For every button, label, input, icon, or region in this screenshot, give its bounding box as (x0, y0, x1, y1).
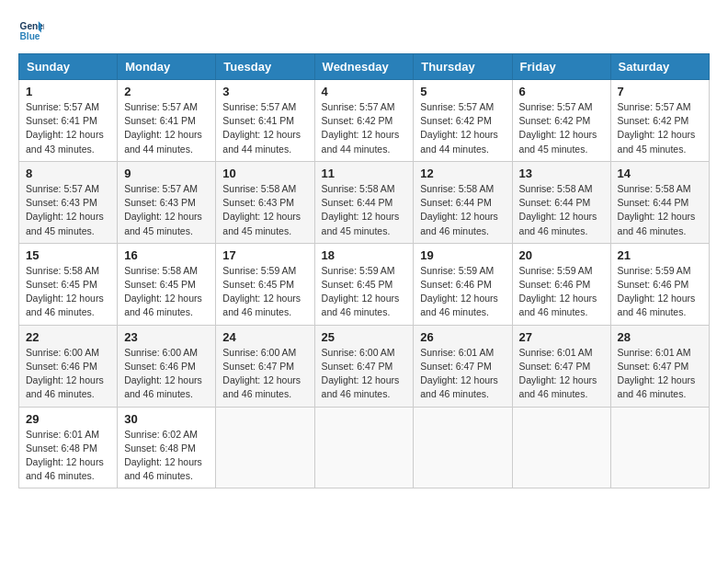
day-info: Sunrise: 5:59 AMSunset: 6:46 PMDaylight:… (519, 264, 604, 320)
day-cell: 10Sunrise: 5:58 AMSunset: 6:43 PMDayligh… (216, 161, 314, 243)
day-cell: 17Sunrise: 5:59 AMSunset: 6:45 PMDayligh… (216, 243, 314, 325)
week-row-1: 1Sunrise: 5:57 AMSunset: 6:41 PMDaylight… (19, 80, 710, 162)
day-cell: 19Sunrise: 5:59 AMSunset: 6:46 PMDayligh… (414, 243, 512, 325)
day-info: Sunrise: 5:57 AMSunset: 6:42 PMDaylight:… (322, 100, 407, 156)
day-info: Sunrise: 5:58 AMSunset: 6:43 PMDaylight:… (222, 182, 307, 238)
day-info: Sunrise: 6:02 AMSunset: 6:48 PMDaylight:… (124, 428, 209, 484)
day-cell: 28Sunrise: 6:01 AMSunset: 6:47 PMDayligh… (610, 325, 709, 407)
day-info: Sunrise: 5:58 AMSunset: 6:44 PMDaylight:… (322, 182, 407, 238)
day-info: Sunrise: 5:59 AMSunset: 6:46 PMDaylight:… (618, 264, 702, 320)
day-number: 28 (618, 330, 702, 344)
day-info: Sunrise: 5:57 AMSunset: 6:42 PMDaylight:… (618, 100, 702, 156)
day-info: Sunrise: 5:58 AMSunset: 6:44 PMDaylight:… (519, 182, 604, 238)
day-info: Sunrise: 5:58 AMSunset: 6:44 PMDaylight:… (420, 182, 505, 238)
day-number: 30 (124, 412, 209, 426)
col-header-tuesday: Tuesday (216, 54, 314, 80)
day-number: 25 (322, 330, 407, 344)
col-header-saturday: Saturday (610, 54, 709, 80)
week-row-4: 22Sunrise: 6:00 AMSunset: 6:46 PMDayligh… (19, 325, 710, 407)
day-info: Sunrise: 5:57 AMSunset: 6:41 PMDaylight:… (26, 100, 110, 156)
day-cell: 21Sunrise: 5:59 AMSunset: 6:46 PMDayligh… (610, 243, 709, 325)
day-info: Sunrise: 5:59 AMSunset: 6:45 PMDaylight:… (322, 264, 407, 320)
day-cell: 1Sunrise: 5:57 AMSunset: 6:41 PMDaylight… (19, 80, 118, 162)
week-row-2: 8Sunrise: 5:57 AMSunset: 6:43 PMDaylight… (19, 161, 710, 243)
day-cell: 22Sunrise: 6:00 AMSunset: 6:46 PMDayligh… (19, 325, 118, 407)
day-cell: 25Sunrise: 6:00 AMSunset: 6:47 PMDayligh… (314, 325, 414, 407)
day-number: 3 (222, 85, 307, 98)
day-number: 10 (222, 167, 307, 180)
day-info: Sunrise: 5:58 AMSunset: 6:45 PMDaylight:… (124, 264, 209, 320)
day-number: 8 (26, 167, 110, 180)
day-cell (414, 407, 512, 488)
day-info: Sunrise: 6:01 AMSunset: 6:47 PMDaylight:… (420, 346, 505, 402)
day-number: 18 (322, 248, 407, 262)
day-number: 19 (420, 248, 505, 262)
day-cell: 4Sunrise: 5:57 AMSunset: 6:42 PMDaylight… (314, 80, 414, 162)
day-number: 20 (519, 248, 604, 262)
day-info: Sunrise: 5:59 AMSunset: 6:45 PMDaylight:… (222, 264, 307, 320)
day-cell: 24Sunrise: 6:00 AMSunset: 6:47 PMDayligh… (216, 325, 314, 407)
svg-text:Blue: Blue (20, 31, 40, 41)
day-info: Sunrise: 5:58 AMSunset: 6:44 PMDaylight:… (618, 182, 702, 238)
day-number: 16 (124, 248, 209, 262)
day-number: 12 (420, 167, 505, 180)
day-info: Sunrise: 5:57 AMSunset: 6:41 PMDaylight:… (124, 100, 209, 156)
day-cell: 23Sunrise: 6:00 AMSunset: 6:46 PMDayligh… (118, 325, 216, 407)
page-header: General Blue (18, 18, 710, 44)
day-number: 11 (322, 167, 407, 180)
day-info: Sunrise: 6:00 AMSunset: 6:47 PMDaylight:… (222, 346, 307, 402)
logo: General Blue (18, 18, 48, 44)
day-number: 29 (26, 412, 110, 426)
day-number: 4 (322, 85, 407, 98)
day-number: 2 (124, 85, 209, 98)
col-header-monday: Monday (118, 54, 216, 80)
day-number: 15 (26, 248, 110, 262)
day-info: Sunrise: 5:59 AMSunset: 6:46 PMDaylight:… (420, 264, 505, 320)
day-cell (610, 407, 709, 488)
day-cell: 18Sunrise: 5:59 AMSunset: 6:45 PMDayligh… (314, 243, 414, 325)
day-cell: 13Sunrise: 5:58 AMSunset: 6:44 PMDayligh… (512, 161, 610, 243)
day-info: Sunrise: 5:58 AMSunset: 6:45 PMDaylight:… (26, 264, 110, 320)
week-row-5: 29Sunrise: 6:01 AMSunset: 6:48 PMDayligh… (19, 407, 710, 488)
day-cell: 5Sunrise: 5:57 AMSunset: 6:42 PMDaylight… (414, 80, 512, 162)
day-cell: 9Sunrise: 5:57 AMSunset: 6:43 PMDaylight… (118, 161, 216, 243)
day-info: Sunrise: 6:01 AMSunset: 6:47 PMDaylight:… (618, 346, 702, 402)
day-cell: 30Sunrise: 6:02 AMSunset: 6:48 PMDayligh… (118, 407, 216, 488)
day-cell: 15Sunrise: 5:58 AMSunset: 6:45 PMDayligh… (19, 243, 118, 325)
day-info: Sunrise: 5:57 AMSunset: 6:42 PMDaylight:… (420, 100, 505, 156)
day-number: 5 (420, 85, 505, 98)
day-cell: 16Sunrise: 5:58 AMSunset: 6:45 PMDayligh… (118, 243, 216, 325)
day-cell: 2Sunrise: 5:57 AMSunset: 6:41 PMDaylight… (118, 80, 216, 162)
day-cell: 6Sunrise: 5:57 AMSunset: 6:42 PMDaylight… (512, 80, 610, 162)
day-info: Sunrise: 6:01 AMSunset: 6:47 PMDaylight:… (519, 346, 604, 402)
col-header-friday: Friday (512, 54, 610, 80)
day-info: Sunrise: 5:57 AMSunset: 6:43 PMDaylight:… (26, 182, 110, 238)
logo-icon: General Blue (18, 18, 44, 44)
col-header-thursday: Thursday (414, 54, 512, 80)
day-cell: 7Sunrise: 5:57 AMSunset: 6:42 PMDaylight… (610, 80, 709, 162)
day-cell: 27Sunrise: 6:01 AMSunset: 6:47 PMDayligh… (512, 325, 610, 407)
day-number: 24 (222, 330, 307, 344)
col-header-sunday: Sunday (19, 54, 118, 80)
day-number: 7 (618, 85, 702, 98)
day-info: Sunrise: 5:57 AMSunset: 6:41 PMDaylight:… (222, 100, 307, 156)
day-number: 22 (26, 330, 110, 344)
day-cell (216, 407, 314, 488)
day-number: 1 (26, 85, 110, 98)
day-info: Sunrise: 6:00 AMSunset: 6:46 PMDaylight:… (124, 346, 209, 402)
col-header-wednesday: Wednesday (314, 54, 414, 80)
day-number: 6 (519, 85, 604, 98)
header-row: SundayMondayTuesdayWednesdayThursdayFrid… (19, 54, 710, 80)
day-cell: 26Sunrise: 6:01 AMSunset: 6:47 PMDayligh… (414, 325, 512, 407)
day-number: 17 (222, 248, 307, 262)
day-cell: 20Sunrise: 5:59 AMSunset: 6:46 PMDayligh… (512, 243, 610, 325)
week-row-3: 15Sunrise: 5:58 AMSunset: 6:45 PMDayligh… (19, 243, 710, 325)
day-info: Sunrise: 6:00 AMSunset: 6:47 PMDaylight:… (322, 346, 407, 402)
day-cell: 12Sunrise: 5:58 AMSunset: 6:44 PMDayligh… (414, 161, 512, 243)
day-number: 26 (420, 330, 505, 344)
day-info: Sunrise: 6:00 AMSunset: 6:46 PMDaylight:… (26, 346, 110, 402)
day-number: 27 (519, 330, 604, 344)
day-cell: 14Sunrise: 5:58 AMSunset: 6:44 PMDayligh… (610, 161, 709, 243)
day-info: Sunrise: 5:57 AMSunset: 6:43 PMDaylight:… (124, 182, 209, 238)
calendar-table: SundayMondayTuesdayWednesdayThursdayFrid… (18, 53, 710, 488)
